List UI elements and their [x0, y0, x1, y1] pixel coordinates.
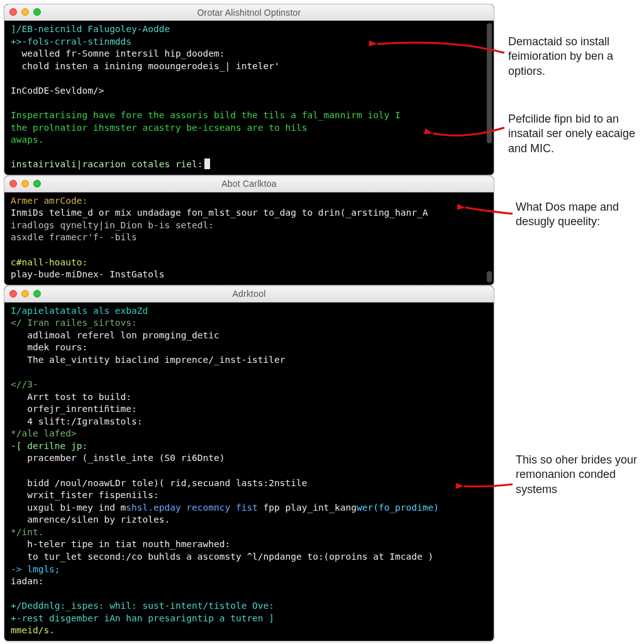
- close-icon[interactable]: [9, 8, 17, 16]
- terminal-line: instairivali|racarion cotales riel:: [11, 158, 487, 171]
- terminal-line: [11, 97, 487, 109]
- terminal-line: Armer amrCode:: [11, 195, 487, 208]
- terminal-line: +/Deddnlg:_ispes: whil: sust-intent/tist…: [11, 600, 487, 613]
- terminal-line: I/apielatatals als exbaZd: [11, 305, 487, 318]
- terminal-line: mmeid/s.: [11, 625, 487, 637]
- titlebar[interactable]: Abot Carlktoa: [4, 176, 494, 192]
- close-icon[interactable]: [9, 180, 17, 187]
- traffic-lights: [9, 290, 41, 297]
- terminal-line: iradlogs qynelty|in_Dion b-is setedl:: [11, 219, 487, 232]
- minimize-icon[interactable]: [21, 8, 29, 16]
- terminal-line: bidd /noul/noawLDr tole)( rid,secuand la…: [11, 477, 487, 490]
- terminal-line: pracember (_instle_inte (S0 ri6Dnte): [11, 452, 487, 465]
- terminal-line: awaps.: [11, 134, 487, 147]
- minimize-icon[interactable]: [21, 180, 29, 187]
- terminal-window-0: Orotar Alishitnol Optinstor]/EB-neicnild…: [4, 4, 494, 175]
- titlebar[interactable]: Orotar Alishitnol Optinstor: [4, 4, 494, 21]
- terminal-line: -[ derilne jp:: [11, 440, 487, 453]
- terminal-line: uxgul bi-mey ind mshsl.epday recomncy fi…: [11, 502, 487, 514]
- terminal-line: */ale lafed>: [11, 428, 487, 440]
- zoom-icon[interactable]: [33, 180, 41, 187]
- terminal-line: -> lmgls;: [11, 564, 487, 576]
- annotation-text-3: This so oher brides your remonanion cond…: [516, 453, 644, 497]
- window-title: Orotar Alishitnol Optinstor: [4, 8, 494, 18]
- terminal-line: mdek rours:: [11, 341, 487, 354]
- terminal-line: [11, 465, 487, 477]
- terminal-line: +>-fols-crral-stinmdds: [11, 36, 487, 48]
- terminal-line: ]/EB-neicnild Falugoley-Aodde: [11, 23, 487, 36]
- page-root: Orotar Alishitnol Optinstor]/EB-neicnild…: [0, 0, 644, 641]
- scrollbar[interactable]: [487, 23, 492, 143]
- window-title: Abot Carlktoa: [4, 179, 494, 189]
- terminal-line: InmiDs telime_d or mix undadage fon_mlst…: [11, 207, 487, 219]
- minimize-icon[interactable]: [21, 290, 29, 297]
- terminal-line: orfejr_inrentiñtime:: [11, 403, 487, 416]
- terminal-line: [11, 147, 487, 159]
- traffic-lights: [9, 180, 41, 187]
- terminal-line: */int.: [11, 526, 487, 539]
- terminal-line: [11, 72, 487, 85]
- terminal-line: [11, 367, 487, 379]
- text-cursor: [204, 158, 210, 169]
- annotation-text-0: Demactaid so install feimioration by ben…: [508, 35, 640, 79]
- zoom-icon[interactable]: [33, 8, 41, 16]
- terminal-line: 4 slift:/Igralmstols:: [11, 416, 487, 428]
- terminal-line: asxdle framecr'f- -bils: [11, 231, 487, 244]
- terminal-line: play-bude-miDnex- InstGatols: [11, 269, 487, 281]
- terminal-line: h-teler tipe in tiat nouth_hmerawhed:: [11, 538, 487, 551]
- terminal-line: InCodDE-Sevldom/>: [11, 85, 487, 97]
- terminal-line: wrxit_fister fispeniils:: [11, 489, 487, 502]
- terminal-line: The ale_vintity biaclind imprence/_inst-…: [11, 354, 487, 367]
- terminal-line: to tur_let second:/co buhlds a ascomsty …: [11, 551, 487, 564]
- terminal-line: wealled fr-Somne intersil hip_doodem:: [11, 48, 487, 60]
- close-icon[interactable]: [9, 290, 17, 297]
- scrollbar[interactable]: [487, 271, 492, 282]
- window-title: Adrktool: [4, 289, 494, 299]
- terminal-line: iadan:: [11, 575, 487, 588]
- terminal-body[interactable]: I/apielatatals als exbaZd</ Iran railes_…: [4, 303, 494, 641]
- terminal-line: </ Iran railes_sirtovs:: [11, 317, 487, 330]
- terminal-body[interactable]: Armer amrCode:InmiDs telime_d or mix und…: [4, 192, 494, 285]
- terminal-line: Arrt tost to build:: [11, 391, 487, 404]
- terminal-line: +-rest disgember iAn han presarigntip a …: [11, 613, 487, 625]
- annotation-text-1: Pefcilide fipn bid to an insatail ser on…: [508, 112, 640, 156]
- terminal-body[interactable]: ]/EB-neicnild Falugoley-Aodde+>-fols-crr…: [4, 21, 494, 175]
- terminal-line: [11, 588, 487, 601]
- annotation-text-2: What Dos mape and desugly queelity:: [516, 200, 644, 230]
- titlebar[interactable]: Adrktool: [4, 286, 494, 303]
- traffic-lights: [9, 8, 41, 16]
- terminal-line: <//3-: [11, 379, 487, 391]
- terminal-line: Inspertarising have fore the assoris bil…: [11, 109, 487, 122]
- terminal-window-1: Abot CarlktoaArmer amrCode:InmiDs telime…: [4, 175, 494, 286]
- terminal-line: adlimoal referel lon promging_detic: [11, 330, 487, 342]
- terminal-line: the prolnatior ihsmster acastry be-icsea…: [11, 122, 487, 135]
- terminal-line: c#nall-hoauto:: [11, 257, 487, 269]
- terminal-line: chold insten a inining mooungerodeis_| i…: [11, 60, 487, 73]
- zoom-icon[interactable]: [33, 290, 41, 297]
- terminal-line: amrence/silen by riztoles.: [11, 514, 487, 526]
- terminal-line: [11, 244, 487, 257]
- terminal-window-2: AdrktoolI/apielatatals als exbaZd</ Iran…: [4, 286, 494, 641]
